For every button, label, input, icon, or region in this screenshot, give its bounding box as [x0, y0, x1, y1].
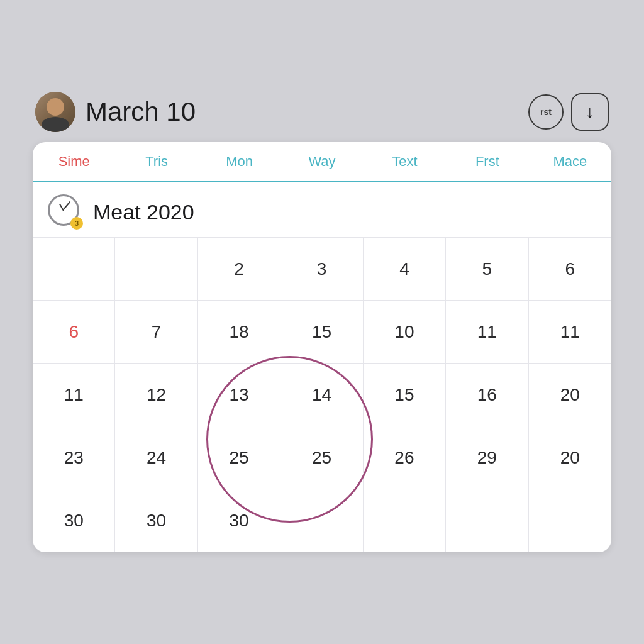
day-header-tris: Tris	[115, 142, 197, 181]
day-header-frst: Frst	[446, 142, 528, 181]
calendar-cell: 15	[364, 364, 446, 426]
calendar-cell: 11	[529, 301, 611, 364]
calendar-cell	[364, 489, 446, 552]
calendar-cell: 26	[364, 426, 446, 489]
calendar-cell	[446, 489, 528, 552]
header-left: March 10	[35, 92, 196, 132]
download-button[interactable]: ↓	[571, 93, 609, 131]
calendar-cell: 15	[280, 301, 363, 364]
calendar-cell: 23	[33, 426, 115, 489]
calendar-grid: 2 3 4 5 6 6 7 18 15 10 11 11 11 12 13 14…	[33, 238, 611, 552]
day-header-text: Text	[364, 142, 446, 181]
rst-button[interactable]: rst	[528, 94, 564, 130]
clock-badge: 3	[70, 217, 83, 230]
day-header-way: Way	[280, 142, 363, 181]
day-headers: Sime Tris Mon Way Text Frst Mace	[33, 142, 611, 182]
header-right: rst ↓	[528, 93, 609, 131]
outer-container: March 10 rst ↓ Sime Tris Mon Way Text Fr…	[20, 79, 624, 565]
calendar-cell: 20	[529, 364, 611, 426]
calendar-cell: 12	[115, 364, 197, 426]
calendar-cell: 25	[280, 426, 363, 489]
calendar-cell: 30	[33, 489, 115, 552]
day-header-mon: Mon	[198, 142, 280, 181]
calendar-cell: 6	[529, 238, 611, 301]
calendar-cell: 2	[198, 238, 280, 301]
calendar-cell: 11	[33, 364, 115, 426]
day-header-mace: Mace	[529, 142, 611, 181]
day-header-sime: Sime	[33, 142, 115, 181]
calendar-cell: 24	[115, 426, 197, 489]
calendar-cell: 13	[198, 364, 280, 426]
calendar-cell: 10	[364, 301, 446, 364]
calendar-cell: 20	[529, 426, 611, 489]
calendar-cell: 6	[33, 301, 115, 364]
calendar-cell	[280, 489, 363, 552]
calendar-cell	[33, 238, 115, 301]
calendar-cell: 7	[115, 301, 197, 364]
clock-icon-wrap: 3	[48, 194, 83, 230]
calendar-cell	[115, 238, 197, 301]
calendar-cell: 25	[198, 426, 280, 489]
calendar-card: Sime Tris Mon Way Text Frst Mace 3 Meat …	[33, 142, 611, 552]
download-icon: ↓	[586, 102, 594, 122]
calendar-cell: 11	[446, 301, 528, 364]
calendar-cell: 14	[280, 364, 363, 426]
calendar-cell: 4	[364, 238, 446, 301]
clock-hand-min	[63, 201, 70, 210]
calendar-cell: 29	[446, 426, 528, 489]
calendar-cell: 18	[198, 301, 280, 364]
avatar	[35, 92, 75, 132]
calendar-cell: 5	[446, 238, 528, 301]
month-title: Meat 2020	[93, 200, 194, 225]
month-section: 3 Meat 2020	[33, 182, 611, 238]
calendar-cell	[529, 489, 611, 552]
calendar-cell: 30	[198, 489, 280, 552]
page-title: March 10	[86, 97, 196, 127]
grid-wrapper: 2 3 4 5 6 6 7 18 15 10 11 11 11 12 13 14…	[33, 238, 611, 552]
calendar-cell: 3	[280, 238, 363, 301]
calendar-cell: 16	[446, 364, 528, 426]
calendar-cell: 30	[115, 489, 197, 552]
header: March 10 rst ↓	[33, 92, 611, 132]
